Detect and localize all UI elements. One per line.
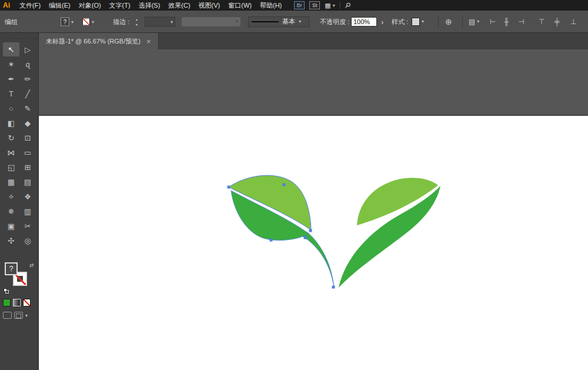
- bridge-icon[interactable]: Br: [294, 1, 305, 9]
- width-tool[interactable]: ⋈: [3, 145, 19, 159]
- divider: [462, 15, 463, 29]
- pencil-tool[interactable]: ✎: [19, 101, 36, 115]
- close-icon[interactable]: ×: [146, 38, 151, 45]
- type-tool[interactable]: T: [3, 86, 19, 101]
- style-swatch: [412, 18, 420, 26]
- menu-edit[interactable]: 编辑(E): [45, 0, 75, 11]
- align-right-icon[interactable]: ⊣: [518, 18, 530, 26]
- pen-tool-icon: ✒: [8, 75, 15, 84]
- slice-tool[interactable]: ✂: [19, 219, 36, 233]
- anchor-point[interactable]: [228, 186, 230, 189]
- eyedropper-tool[interactable]: ✧: [3, 189, 19, 204]
- rotate-tool[interactable]: ↻: [3, 131, 19, 145]
- search-icon[interactable]: ⚲: [343, 1, 352, 10]
- pen-tool[interactable]: ✒: [3, 72, 19, 86]
- variant-dropdown[interactable]: ? ▾: [61, 17, 74, 26]
- left-stem-shape[interactable]: [303, 232, 334, 287]
- menu-help[interactable]: 帮助(H): [256, 0, 286, 11]
- lasso-tool[interactable]: ɋ: [19, 57, 36, 71]
- fill-swatch[interactable]: ?: [5, 262, 18, 275]
- menu-window[interactable]: 窗口(W): [224, 0, 256, 11]
- chevron-down-icon: ▾: [25, 313, 28, 318]
- stroke-weight-dropdown[interactable]: ▾: [145, 16, 175, 26]
- stroke-weight-stepper[interactable]: ▴ ▾: [136, 17, 138, 26]
- swap-fill-stroke-icon[interactable]: ⇄: [29, 262, 34, 268]
- shape-builder-tool[interactable]: ◱: [3, 160, 19, 174]
- brush-definition-dropdown[interactable]: ▾: [182, 17, 240, 26]
- curvature-tool[interactable]: ✏: [19, 72, 36, 86]
- panel-grip[interactable]: · ·: [0, 33, 38, 39]
- eyedropper-tool-icon: ✧: [8, 192, 15, 201]
- draw-behind-mode-icon[interactable]: [14, 312, 23, 319]
- anchor-point[interactable]: [332, 286, 335, 289]
- graph-tool[interactable]: ▥: [19, 204, 36, 218]
- free-transform-tool[interactable]: ▭: [19, 145, 36, 159]
- direct-selection-tool-icon: ▷: [25, 45, 31, 54]
- chevron-down-icon: ▾: [236, 19, 238, 24]
- preferences-dropdown[interactable]: ▤ ▾: [469, 18, 479, 26]
- default-fill-stroke-icon[interactable]: [4, 288, 9, 294]
- tab-title: 未标题-1* @ 66.67% (RGB/预览): [46, 37, 141, 46]
- perspective-grid-tool[interactable]: ⊞: [19, 160, 36, 174]
- symbol-sprayer-tool[interactable]: ✵: [3, 204, 19, 218]
- menu-effect[interactable]: 效果(C): [164, 0, 194, 11]
- opacity-panel-arrow[interactable]: ›: [381, 17, 383, 26]
- align-vertical-center-icon[interactable]: ╪: [554, 18, 566, 26]
- anchor-point[interactable]: [270, 239, 273, 242]
- stroke-style-dropdown[interactable]: 基本 ▾: [248, 16, 309, 27]
- scale-tool[interactable]: ⊡: [19, 131, 36, 145]
- menu-file[interactable]: 文件(F): [15, 0, 45, 11]
- panel-icon: ▤: [469, 18, 475, 26]
- menu-object[interactable]: 对象(O): [75, 0, 105, 11]
- menu-select[interactable]: 选择(S): [135, 0, 165, 11]
- chevron-down-icon: ▾: [333, 3, 335, 8]
- anchor-point[interactable]: [283, 184, 286, 186]
- zoom-tool[interactable]: ◎: [19, 234, 36, 248]
- artboard-tool[interactable]: ▣: [3, 219, 19, 233]
- anchor-point[interactable]: [309, 229, 312, 232]
- magic-wand-tool-icon: ✶: [8, 60, 15, 69]
- anchor-point[interactable]: [304, 236, 307, 239]
- blend-tool[interactable]: ❖: [19, 189, 36, 204]
- chevron-down-icon: ▾: [71, 19, 74, 24]
- knife-tool[interactable]: ◆: [19, 116, 36, 130]
- draw-normal-mode-icon[interactable]: [3, 312, 12, 319]
- align-horizontal-center-icon[interactable]: ╫: [504, 18, 516, 26]
- scale-tool-icon: ⊡: [25, 134, 31, 142]
- slice-tool-icon: ✂: [25, 222, 31, 231]
- magic-wand-tool[interactable]: ✶: [3, 57, 19, 71]
- align-bottom-icon[interactable]: ⊥: [570, 18, 582, 26]
- align-left-icon[interactable]: ⊢: [490, 18, 502, 26]
- selection-tool[interactable]: ↖: [3, 42, 19, 56]
- opacity-input[interactable]: [351, 17, 377, 26]
- menu-type[interactable]: 文字(T): [105, 0, 135, 11]
- fill-color-picker[interactable]: ▾: [82, 18, 94, 25]
- line-segment-tool[interactable]: ╱: [19, 86, 36, 101]
- chevron-down-icon: ▾: [477, 19, 479, 24]
- color-button[interactable]: [3, 299, 11, 306]
- menu-view[interactable]: 视图(V): [195, 0, 225, 11]
- eraser-tool-icon: ◧: [8, 119, 15, 128]
- chevron-down-icon: ▾: [92, 19, 94, 24]
- document-tab[interactable]: 未标题-1* @ 66.67% (RGB/预览) ×: [39, 33, 159, 49]
- tools-panel: · · ↖ ▷ ✶ ɋ ✒ ✏ T ╱ ○ ✎ ◧ ◆ ↻ ⊡ ⋈ ▭ ◱ ⊞ …: [0, 33, 39, 370]
- chevron-down-icon: ▾: [171, 19, 173, 24]
- gradient-tool[interactable]: ▤: [19, 175, 36, 189]
- gradient-button[interactable]: [13, 299, 21, 306]
- stock-icon[interactable]: St: [309, 1, 320, 9]
- none-button[interactable]: [23, 299, 31, 306]
- stroke-preview-line: [252, 21, 279, 22]
- eraser-tool[interactable]: ◧: [3, 116, 19, 130]
- mesh-tool[interactable]: ▦: [3, 175, 19, 189]
- knife-tool-icon: ◆: [25, 119, 31, 128]
- document-setup-globe-icon[interactable]: ⊕: [445, 17, 452, 26]
- ellipse-tool[interactable]: ○: [3, 101, 19, 115]
- align-top-icon[interactable]: ⊤: [539, 18, 550, 26]
- type-tool-icon: T: [9, 89, 14, 98]
- style-picker[interactable]: ▾: [412, 18, 424, 26]
- hand-tool[interactable]: ✣: [3, 234, 19, 248]
- opacity-label: 不透明度 :: [320, 17, 349, 26]
- workspace-icon: ▦: [325, 2, 330, 9]
- workspace-switcher[interactable]: ▦ ▾: [325, 2, 335, 9]
- direct-selection-tool[interactable]: ▷: [19, 42, 36, 56]
